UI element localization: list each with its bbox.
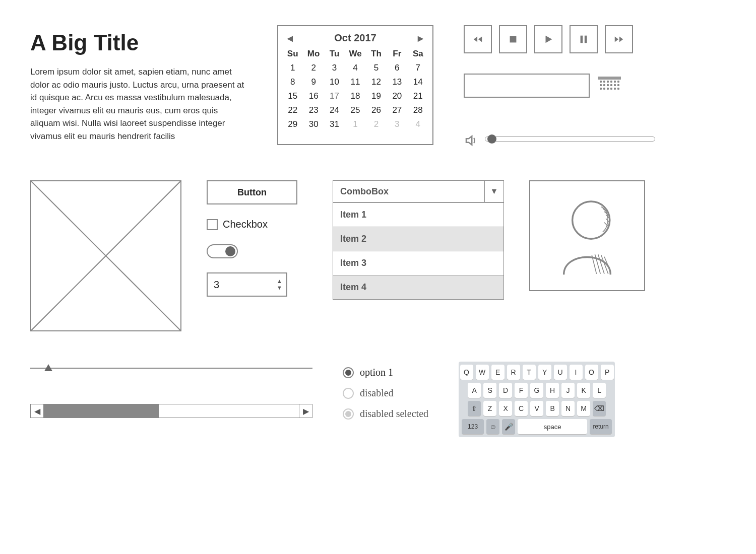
calendar-day[interactable]: 1: [345, 119, 365, 129]
calendar-day[interactable]: 16: [303, 91, 324, 101]
button[interactable]: Button: [207, 180, 297, 204]
calendar-day[interactable]: 13: [387, 77, 407, 87]
key[interactable]: E: [491, 365, 505, 380]
key[interactable]: W: [476, 365, 489, 380]
scroll-thumb[interactable]: [44, 404, 159, 418]
key-return[interactable]: return: [590, 419, 612, 434]
key-123[interactable]: 123: [462, 419, 484, 434]
calendar-next-icon[interactable]: ▶: [418, 34, 423, 42]
calendar-prev-icon[interactable]: ◀: [287, 34, 293, 42]
key[interactable]: Q: [460, 365, 473, 380]
radio-option-1[interactable]: option 1: [343, 367, 428, 378]
key-space[interactable]: space: [518, 419, 587, 434]
numeric-stepper[interactable]: 3 ▲ ▼: [207, 272, 287, 297]
play-button[interactable]: [534, 25, 562, 53]
key[interactable]: V: [530, 401, 543, 416]
pause-button[interactable]: [570, 25, 598, 53]
calendar-day[interactable]: 24: [324, 105, 345, 115]
calendar-day[interactable]: 17: [324, 91, 345, 101]
list-item[interactable]: Item 4: [333, 275, 503, 299]
calendar-day[interactable]: 26: [366, 105, 387, 115]
toggle-knob[interactable]: [225, 246, 235, 256]
key[interactable]: C: [515, 401, 528, 416]
calendar-day[interactable]: 2: [303, 63, 324, 73]
scroll-right-icon[interactable]: ▶: [299, 404, 312, 418]
calendar-day[interactable]: 21: [408, 91, 428, 101]
calendar-day[interactable]: 29: [282, 119, 303, 129]
key-emoji-icon[interactable]: ☺: [486, 419, 499, 434]
list-item[interactable]: Item 2: [333, 227, 503, 251]
slider-thumb[interactable]: [44, 364, 52, 371]
forward-button[interactable]: [605, 25, 633, 53]
calendar-picker-icon[interactable]: [598, 77, 621, 95]
calendar-day[interactable]: 3: [387, 119, 407, 129]
key[interactable]: J: [561, 383, 575, 398]
stepper-up-icon[interactable]: ▲: [277, 279, 282, 284]
calendar-day[interactable]: 11: [345, 77, 365, 87]
key[interactable]: D: [499, 383, 512, 398]
list-item[interactable]: Item 3: [333, 251, 503, 275]
onscreen-keyboard[interactable]: QWERTYUIOP ASDFGHJKL ⇧ZXCVBNM⌫ 123 ☺ 🎤 s…: [459, 362, 615, 437]
key[interactable]: O: [585, 365, 598, 380]
calendar-day[interactable]: 2: [366, 119, 387, 129]
calendar-day[interactable]: 14: [408, 77, 428, 87]
calendar-day[interactable]: 6: [387, 63, 407, 73]
date-input[interactable]: [464, 74, 590, 98]
checkbox[interactable]: Checkbox: [207, 219, 307, 230]
key[interactable]: S: [483, 383, 496, 398]
calendar-day[interactable]: 23: [303, 105, 324, 115]
calendar-day[interactable]: 30: [303, 119, 324, 129]
combobox-arrow-icon[interactable]: ▼: [484, 181, 503, 202]
combobox[interactable]: ComboBox ▼: [333, 180, 504, 202]
key[interactable]: I: [570, 365, 583, 380]
volume-slider[interactable]: [485, 136, 655, 142]
key[interactable]: Z: [483, 401, 496, 416]
key[interactable]: T: [523, 365, 536, 380]
calendar-day[interactable]: 5: [366, 63, 387, 73]
stepper-down-icon[interactable]: ▼: [277, 285, 282, 291]
key[interactable]: P: [601, 365, 614, 380]
checkbox-box[interactable]: [207, 219, 218, 230]
key-backspace-icon[interactable]: ⌫: [593, 401, 606, 416]
calendar-day[interactable]: 20: [387, 91, 407, 101]
key[interactable]: M: [577, 401, 590, 416]
list-item[interactable]: Item 1: [333, 202, 503, 227]
key-mic-icon[interactable]: 🎤: [502, 419, 515, 434]
calendar-day[interactable]: 4: [345, 63, 365, 73]
key[interactable]: K: [577, 383, 590, 398]
calendar-day[interactable]: 10: [324, 77, 345, 87]
listbox[interactable]: Item 1Item 2Item 3Item 4: [333, 202, 504, 300]
rewind-button[interactable]: [464, 25, 492, 53]
key[interactable]: H: [546, 383, 559, 398]
key[interactable]: L: [593, 383, 606, 398]
horizontal-scrollbar[interactable]: ◀ ▶: [30, 404, 312, 418]
calendar-day[interactable]: 27: [387, 105, 407, 115]
key[interactable]: R: [507, 365, 520, 380]
key[interactable]: F: [515, 383, 528, 398]
calendar-day[interactable]: 4: [408, 119, 428, 129]
scroll-left-icon[interactable]: ◀: [31, 404, 44, 418]
volume-thumb[interactable]: [487, 134, 496, 144]
calendar-day[interactable]: 18: [345, 91, 365, 101]
key-shift-icon[interactable]: ⇧: [468, 401, 481, 416]
calendar-day[interactable]: 15: [282, 91, 303, 101]
calendar-day[interactable]: 28: [408, 105, 428, 115]
calendar-day[interactable]: 22: [282, 105, 303, 115]
key[interactable]: G: [530, 383, 543, 398]
calendar-day[interactable]: 12: [366, 77, 387, 87]
key[interactable]: N: [561, 401, 575, 416]
calendar-day[interactable]: 7: [408, 63, 428, 73]
calendar-day[interactable]: 19: [366, 91, 387, 101]
calendar-day[interactable]: 31: [324, 119, 345, 129]
key[interactable]: B: [546, 401, 559, 416]
calendar-day[interactable]: 25: [345, 105, 365, 115]
key[interactable]: U: [554, 365, 567, 380]
key[interactable]: X: [499, 401, 512, 416]
calendar[interactable]: ◀ Oct 2017 ▶ SuMoTuWeThFrSa1234567891011…: [277, 25, 433, 145]
horizontal-slider[interactable]: [30, 362, 312, 374]
toggle-switch[interactable]: [207, 244, 238, 258]
key[interactable]: A: [468, 383, 481, 398]
calendar-day[interactable]: 8: [282, 77, 303, 87]
calendar-day[interactable]: 3: [324, 63, 345, 73]
calendar-day[interactable]: 9: [303, 77, 324, 87]
